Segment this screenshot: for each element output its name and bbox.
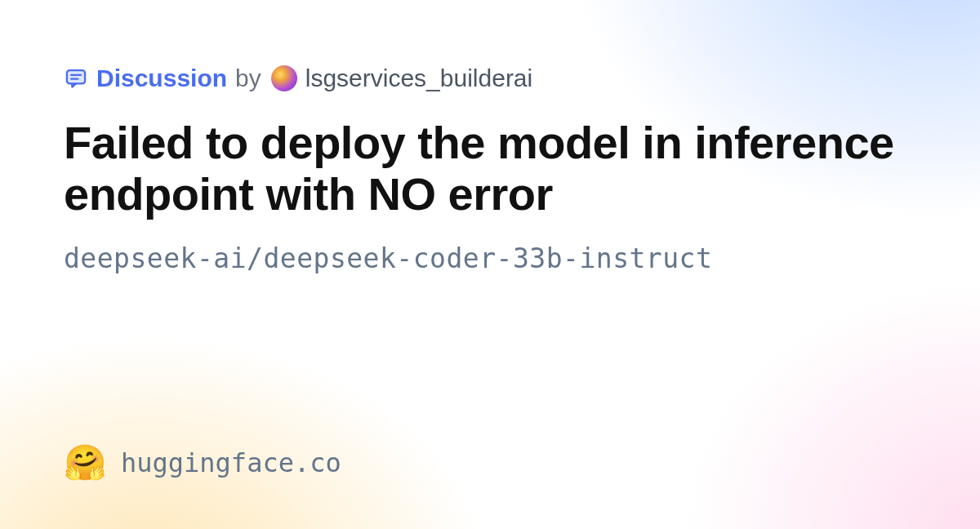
site-domain: huggingface.co [121, 447, 341, 478]
svg-rect-0 [67, 70, 85, 83]
discussion-label: Discussion [96, 66, 227, 91]
card-container: Discussion by lsgservices_builderai Fail… [0, 0, 980, 529]
footer: 🤗 huggingface.co [64, 446, 916, 480]
discussion-icon [64, 66, 88, 91]
meta-row: Discussion by lsgservices_builderai [64, 65, 916, 91]
avatar [271, 65, 297, 91]
repo-path: deepseek-ai/deepseek-coder-33b-instruct [64, 242, 916, 274]
discussion-title: Failed to deploy the model in inference … [64, 118, 913, 220]
author-username: lsgservices_builderai [305, 66, 532, 91]
hugging-face-icon: 🤗 [64, 446, 106, 480]
by-label: by [235, 66, 261, 91]
